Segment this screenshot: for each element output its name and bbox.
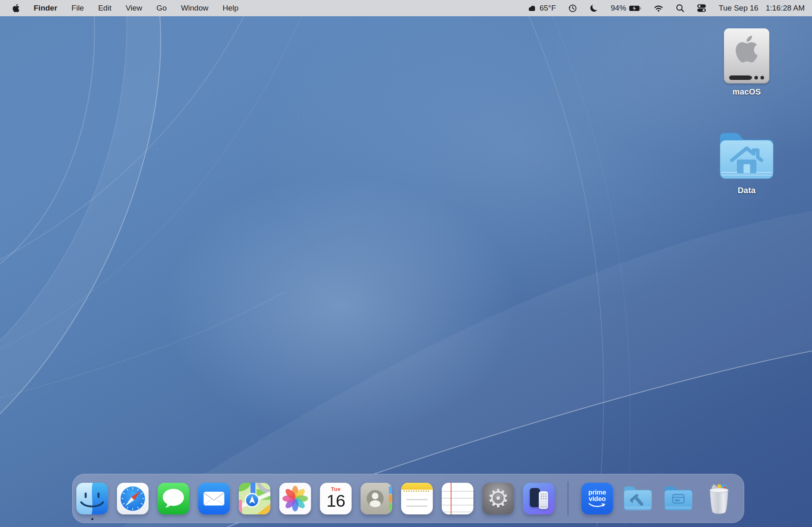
notes-icon xyxy=(401,483,433,514)
dock-prime-video[interactable]: prime video xyxy=(581,483,613,514)
prime-text-line1: prime xyxy=(588,489,606,495)
control-center[interactable] xyxy=(697,4,706,13)
maps-icon xyxy=(239,483,270,514)
menu-date: Tue Sep 16 xyxy=(719,4,758,13)
dock-messages[interactable] xyxy=(158,483,189,514)
desktop-icon-data-folder[interactable]: Data xyxy=(716,131,777,195)
applications-folder-icon xyxy=(663,485,694,517)
hard-drive-icon xyxy=(724,28,769,84)
dock-developer-folder[interactable] xyxy=(622,483,654,514)
dock-finder[interactable] xyxy=(76,483,108,514)
contacts-icon xyxy=(361,483,392,514)
mail-icon xyxy=(198,483,230,514)
trash-full-icon xyxy=(703,483,735,514)
desktop-icon-label: macOS xyxy=(732,87,761,97)
home-folder-icon xyxy=(716,131,777,182)
moon-focus-icon xyxy=(590,4,598,13)
desktop-wallpaper xyxy=(0,0,812,527)
desktop-icon-macos-drive[interactable]: macOS xyxy=(724,28,769,97)
dock-separator xyxy=(568,481,568,516)
apple-menu-icon[interactable] xyxy=(13,4,19,12)
prime-video-icon: prime video xyxy=(581,483,613,514)
weather-temp: 65°F xyxy=(540,4,556,13)
macos-desktop: Finder File Edit View Go Window Help 65°… xyxy=(0,0,812,527)
photos-icon xyxy=(279,483,311,514)
remote-shape xyxy=(539,491,548,509)
dock-contacts[interactable] xyxy=(361,483,392,514)
menu-clock[interactable]: Tue Sep 16 1:16:28 AM xyxy=(719,4,805,13)
apple-logo-icon xyxy=(736,36,758,62)
prime-text-line2: video xyxy=(589,495,606,502)
menu-time: 1:16:28 AM xyxy=(766,4,805,13)
spotlight-search[interactable] xyxy=(676,4,685,13)
running-indicator-dot xyxy=(91,518,93,520)
wifi-status[interactable] xyxy=(654,4,663,12)
dock-safari[interactable] xyxy=(117,483,149,514)
wifi-icon xyxy=(654,4,663,12)
dock-mail[interactable] xyxy=(198,483,230,514)
menu-window[interactable]: Window xyxy=(181,4,209,13)
dock-textedit[interactable] xyxy=(442,483,473,514)
dock-maps[interactable] xyxy=(239,483,270,514)
dock-trash[interactable] xyxy=(703,483,735,514)
dock-notes[interactable] xyxy=(401,483,433,514)
messages-icon xyxy=(158,483,189,514)
developer-folder-icon xyxy=(622,485,654,517)
gear-icon: ⚙ xyxy=(487,486,510,511)
calendar-day: 16 xyxy=(326,491,345,511)
menu-file[interactable]: File xyxy=(71,4,84,13)
notes-perforation xyxy=(404,490,430,492)
focus-status[interactable] xyxy=(590,4,598,13)
menu-help[interactable]: Help xyxy=(222,4,238,13)
dock: Tue 16 xyxy=(72,474,744,523)
drive-slot xyxy=(729,75,751,80)
safari-icon xyxy=(117,483,149,514)
system-settings-icon: ⚙ xyxy=(482,483,514,514)
iphone-mirroring-icon xyxy=(523,483,555,514)
menu-bar: Finder File Edit View Go Window Help 65°… xyxy=(0,0,812,16)
dock-system-settings[interactable]: ⚙ xyxy=(482,483,514,514)
finder-icon xyxy=(76,483,108,514)
weather-status[interactable]: 65°F xyxy=(527,4,556,13)
menu-view[interactable]: View xyxy=(125,4,142,13)
calendar-icon: Tue 16 xyxy=(320,483,352,514)
battery-status[interactable]: 94% xyxy=(611,4,641,13)
menu-go[interactable]: Go xyxy=(156,4,166,13)
notes-yellow-band xyxy=(401,483,433,490)
drive-dots xyxy=(748,76,764,80)
dock-applications-folder[interactable] xyxy=(663,483,694,514)
desktop-icon-label: Data xyxy=(738,186,756,195)
menu-app-finder[interactable]: Finder xyxy=(34,4,57,13)
battery-percent: 94% xyxy=(611,4,626,13)
dock-calendar[interactable]: Tue 16 xyxy=(320,483,352,514)
wallpaper-curves xyxy=(0,0,812,527)
control-center-icon xyxy=(697,4,706,13)
smile-arrow xyxy=(588,503,607,508)
cloud-icon xyxy=(527,4,537,12)
battery-charging-icon xyxy=(629,4,641,12)
time-machine-status[interactable] xyxy=(568,4,577,13)
dock-photos[interactable] xyxy=(279,483,311,514)
search-icon xyxy=(676,4,685,13)
dock-iphone-mirroring[interactable] xyxy=(523,483,555,514)
time-machine-icon xyxy=(568,4,577,13)
textedit-icon xyxy=(442,483,473,514)
menu-edit[interactable]: Edit xyxy=(98,4,112,13)
